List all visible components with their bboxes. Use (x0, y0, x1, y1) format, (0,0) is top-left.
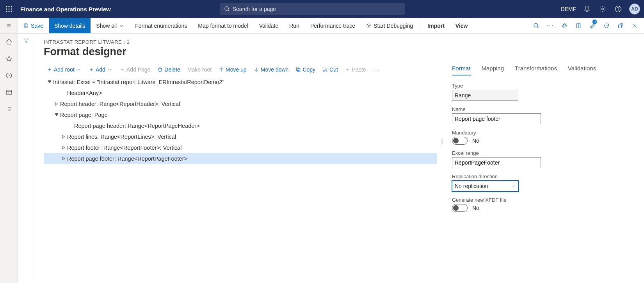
paste-button: Paste (342, 65, 369, 74)
caret-down-icon[interactable] (46, 80, 53, 84)
cmd-more-icon[interactable]: ··· (544, 18, 557, 33)
cmd-attach-icon[interactable]: 0 (586, 18, 599, 33)
panel-tabs: Format Mapping Transformations Validatio… (452, 65, 635, 76)
move-up-button[interactable]: Move up (215, 65, 250, 74)
replication-select[interactable]: No replication (452, 181, 518, 192)
tab-mapping[interactable]: Mapping (482, 65, 504, 75)
cmd-refresh-icon[interactable] (600, 18, 613, 33)
svg-point-13 (618, 11, 618, 11)
caret-right-icon[interactable] (60, 146, 67, 150)
svg-point-11 (602, 8, 604, 10)
xfdf-field: Generate new XFDF file No (452, 197, 635, 212)
type-value: Range (452, 90, 518, 101)
svg-point-18 (534, 23, 537, 27)
name-field: Name (452, 106, 635, 124)
name-input[interactable] (452, 113, 541, 124)
chevron-down-icon (76, 67, 82, 72)
save-button[interactable]: Save (18, 18, 49, 33)
cut-button[interactable]: Cut (319, 65, 341, 74)
svg-rect-28 (6, 90, 12, 95)
chevron-down-icon (107, 67, 112, 72)
cmd-diamond-icon[interactable] (558, 18, 571, 33)
filter-icon[interactable] (23, 38, 29, 283)
tree-column: Add root Add Add Page Delete Make root M… (44, 65, 437, 217)
splitter-handle[interactable]: ‖ (441, 65, 443, 217)
tree-row[interactable]: Header<Any> (44, 88, 437, 99)
tree-row[interactable]: Intrastat: Excel = "Intrastat report Lit… (44, 77, 437, 88)
svg-point-3 (6, 9, 7, 10)
home-icon[interactable] (5, 38, 12, 47)
svg-point-1 (9, 6, 10, 7)
waffle-icon[interactable] (0, 6, 18, 12)
main-area: INTRASTAT REPORT LITWARE : 1 Format desi… (34, 34, 644, 283)
mandatory-field: Mandatory No (452, 130, 635, 145)
modules-icon[interactable] (5, 106, 12, 114)
tree-row[interactable]: Report page header: Range<ReportPageHead… (44, 120, 437, 131)
hamburger-button[interactable] (0, 18, 18, 33)
help-icon[interactable] (614, 4, 623, 14)
delete-button[interactable]: Delete (154, 65, 183, 74)
svg-point-17 (368, 25, 370, 27)
clock-icon[interactable] (5, 72, 12, 80)
avatar[interactable]: AD (629, 4, 640, 14)
tree-row[interactable]: Report page: Page (44, 109, 437, 120)
run-button[interactable]: Run (284, 18, 305, 33)
view-button[interactable]: View (450, 18, 473, 33)
caret-right-icon[interactable] (53, 102, 60, 106)
filter-rail (18, 34, 34, 283)
tree-more-icon[interactable]: ··· (370, 65, 383, 74)
copy-button[interactable]: Copy (292, 65, 318, 74)
tab-validations[interactable]: Validations (568, 65, 596, 75)
tree-row[interactable]: Report footer: Range<ReportFooter>: Vert… (44, 142, 437, 153)
company-label[interactable]: DEMF (560, 6, 576, 12)
svg-point-2 (11, 6, 12, 7)
make-root-button: Make root (184, 65, 215, 74)
svg-marker-56 (55, 113, 58, 116)
workspace-icon[interactable] (5, 89, 12, 97)
tree-row[interactable]: Report lines: Range<ReportLines>: Vertic… (44, 131, 437, 142)
cmd-box-icon[interactable] (572, 18, 585, 33)
global-search[interactable]: Search for a page (220, 3, 405, 15)
cmd-popout-icon[interactable] (614, 18, 627, 33)
excel-range-input[interactable] (452, 157, 541, 168)
svg-rect-46 (297, 69, 300, 72)
add-page-button: Add Page (116, 65, 154, 74)
move-down-button[interactable]: Move down (251, 65, 292, 74)
breadcrumb: INTRASTAT REPORT LITWARE : 1 (44, 39, 635, 45)
svg-rect-47 (297, 68, 299, 70)
format-enum-button[interactable]: Format enumerations (130, 18, 192, 33)
xfdf-toggle[interactable] (452, 204, 468, 212)
tab-format[interactable]: Format (452, 65, 471, 75)
tree-row[interactable]: Report header: Range<ReportHeader>: Vert… (44, 99, 437, 109)
show-all-button[interactable]: Show all (91, 18, 130, 33)
add-root-button[interactable]: Add root (44, 65, 85, 74)
validate-button[interactable]: Validate (254, 18, 284, 33)
caret-right-icon[interactable] (60, 157, 67, 161)
tree-toolbar: Add root Add Add Page Delete Make root M… (44, 65, 437, 74)
svg-point-9 (225, 7, 228, 10)
mandatory-toggle[interactable] (452, 137, 468, 145)
caret-down-icon[interactable] (53, 113, 60, 117)
tree-row-selected[interactable]: Report page footer: Range<ReportPageFoot… (44, 153, 437, 164)
format-tree[interactable]: Intrastat: Excel = "Intrastat report Lit… (44, 77, 437, 164)
cmd-close-icon[interactable] (628, 18, 641, 33)
show-details-button[interactable]: Show details (49, 18, 91, 33)
add-button[interactable]: Add (85, 65, 116, 74)
svg-point-6 (6, 11, 7, 12)
tab-transformations[interactable]: Transformations (515, 65, 557, 75)
import-button[interactable]: Import (422, 18, 450, 33)
bell-icon[interactable] (582, 4, 592, 14)
perf-trace-button[interactable]: Performance trace (305, 18, 361, 33)
svg-marker-57 (62, 135, 65, 138)
caret-right-icon[interactable] (60, 135, 67, 139)
replication-field: Replication direction No replication (452, 174, 635, 192)
properties-panel: Format Mapping Transformations Validatio… (447, 65, 635, 217)
cmd-search-icon[interactable] (530, 18, 543, 33)
svg-marker-55 (55, 102, 58, 106)
star-icon[interactable] (5, 55, 12, 63)
map-model-button[interactable]: Map format to model (192, 18, 253, 33)
cmd-right: ··· 0 (530, 18, 644, 33)
gear-icon[interactable] (598, 4, 607, 14)
start-debug-button[interactable]: Start Debugging (361, 18, 418, 33)
chevron-down-icon (511, 184, 516, 188)
